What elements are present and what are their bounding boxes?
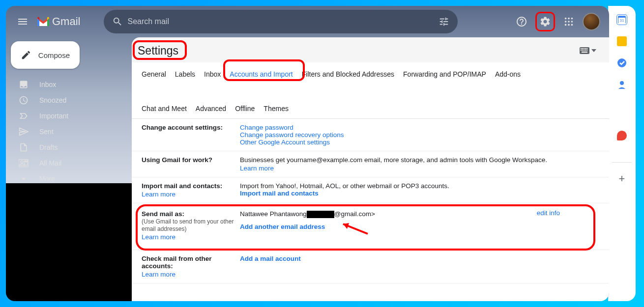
settings-content: Change account settings: Change password…: [132, 119, 609, 301]
svg-point-1: [568, 18, 570, 20]
main-menu-button[interactable]: [11, 10, 34, 33]
svg-point-2: [571, 18, 573, 20]
svg-rect-13: [585, 48, 586, 49]
header-bar: Gmail: [6, 6, 609, 37]
important-icon: [19, 111, 29, 121]
svg-rect-19: [586, 50, 587, 51]
link-other-settings[interactable]: Other Google Account settings: [240, 139, 599, 146]
tab-filters[interactable]: Filters and Blocked Addresses: [302, 67, 394, 84]
sidebar-item-drafts[interactable]: Drafts: [6, 140, 132, 155]
tasks-app-icon[interactable]: [617, 58, 627, 68]
inbox-icon: [19, 80, 29, 89]
compose-label: Compose: [38, 51, 70, 59]
tab-general[interactable]: General: [142, 67, 166, 84]
pencil-icon: [21, 50, 31, 60]
calendar-app-icon[interactable]: [617, 15, 627, 25]
clock-icon: [19, 95, 29, 105]
settings-tabs: General Labels Inbox Accounts and Import…: [132, 62, 609, 119]
svg-rect-16: [582, 50, 583, 51]
sidebar-item-allmail[interactable]: All Mail: [6, 155, 132, 171]
link-add-email[interactable]: Add another email address: [240, 223, 325, 230]
search-icon: [108, 16, 127, 27]
google-side-panel: +: [608, 6, 636, 301]
tab-forwarding[interactable]: Forwarding and POP/IMAP: [403, 67, 486, 84]
section-change-account: Change account settings: Change password…: [132, 119, 609, 151]
svg-point-22: [620, 81, 624, 85]
account-avatar[interactable]: [583, 13, 600, 30]
sidebar: Compose Inbox Snoozed Important Sent Dra…: [6, 37, 132, 301]
header-actions: [512, 12, 604, 31]
search-options-button[interactable]: [434, 16, 454, 27]
tab-labels[interactable]: Labels: [175, 67, 195, 84]
sidebar-item-important[interactable]: Important: [6, 108, 132, 124]
link-learn-more[interactable]: Learn more: [142, 233, 240, 241]
keep-app-icon[interactable]: [617, 36, 627, 46]
input-tool-select[interactable]: [580, 47, 596, 54]
tune-icon: [439, 16, 449, 27]
svg-point-6: [565, 24, 567, 26]
link-learn-more[interactable]: Learn more: [142, 271, 240, 278]
svg-point-21: [617, 58, 626, 67]
search-input[interactable]: [127, 17, 434, 26]
svg-rect-10: [581, 48, 582, 49]
chevron-down-icon: [591, 49, 596, 52]
tab-advanced[interactable]: Advanced: [196, 102, 226, 118]
get-addons-button[interactable]: +: [612, 162, 632, 185]
tab-themes[interactable]: Themes: [263, 102, 289, 118]
chevron-down-icon: [19, 174, 29, 184]
svg-point-7: [568, 24, 570, 26]
svg-point-0: [565, 18, 567, 20]
link-add-mail-account[interactable]: Add a mail account: [240, 255, 301, 262]
sidebar-item-inbox[interactable]: Inbox: [6, 77, 132, 92]
link-recovery-options[interactable]: Change password recovery options: [240, 131, 599, 139]
addon-app-icon[interactable]: [617, 131, 627, 140]
sidebar-item-snoozed[interactable]: Snoozed: [6, 92, 132, 108]
sidebar-item-sent[interactable]: Sent: [6, 124, 132, 140]
section-check-mail: Check mail from other accounts: Learn mo…: [132, 250, 609, 283]
compose-button[interactable]: Compose: [11, 41, 80, 69]
gmail-logo[interactable]: Gmail: [36, 15, 80, 28]
tab-addons[interactable]: Add-ons: [495, 67, 521, 84]
draft-icon: [19, 142, 29, 152]
link-learn-more[interactable]: Learn more: [142, 191, 240, 198]
link-edit-info[interactable]: edit info: [537, 209, 560, 217]
page-title: Settings: [132, 37, 184, 62]
svg-rect-11: [582, 48, 583, 49]
gmail-logo-text: Gmail: [52, 15, 80, 28]
hamburger-icon: [17, 16, 29, 28]
section-work: Using Gmail for work? Businesses get you…: [132, 151, 609, 177]
settings-button[interactable]: [535, 12, 555, 31]
svg-rect-17: [584, 50, 585, 51]
gear-icon: [539, 16, 551, 28]
svg-rect-12: [584, 48, 585, 49]
svg-point-5: [571, 21, 573, 23]
svg-rect-18: [585, 50, 586, 51]
apps-icon: [563, 16, 574, 27]
svg-point-4: [568, 21, 570, 23]
search-bar[interactable]: [104, 10, 458, 33]
sidebar-item-more[interactable]: More: [6, 171, 132, 187]
tab-chat-meet[interactable]: Chat and Meet: [142, 102, 187, 118]
link-learn-more[interactable]: Learn more: [240, 165, 599, 172]
tab-accounts-import[interactable]: Accounts and Import: [230, 67, 293, 84]
settings-panel: Settings General Labels Inbox Accounts a…: [132, 37, 609, 301]
tab-offline[interactable]: Offline: [235, 102, 255, 118]
link-import-mail[interactable]: Import mail and contacts: [240, 190, 319, 197]
send-icon: [19, 127, 29, 137]
tab-inbox[interactable]: Inbox: [204, 67, 221, 84]
allmail-icon: [19, 158, 29, 168]
keyboard-icon: [580, 47, 589, 54]
svg-point-8: [571, 24, 573, 26]
section-send-as: Send mail as: (Use Gmail to send from yo…: [132, 203, 609, 250]
help-icon: [516, 16, 527, 28]
apps-button[interactable]: [559, 12, 579, 31]
svg-rect-14: [586, 48, 587, 49]
support-button[interactable]: [512, 12, 531, 31]
svg-rect-15: [581, 50, 582, 51]
svg-rect-20: [582, 52, 587, 53]
redacted-text: [307, 211, 334, 218]
contacts-app-icon[interactable]: [617, 80, 627, 89]
gmail-logo-icon: [36, 16, 50, 27]
link-change-password[interactable]: Change password: [240, 124, 599, 131]
gmail-window: Gmail Comp: [6, 6, 609, 301]
